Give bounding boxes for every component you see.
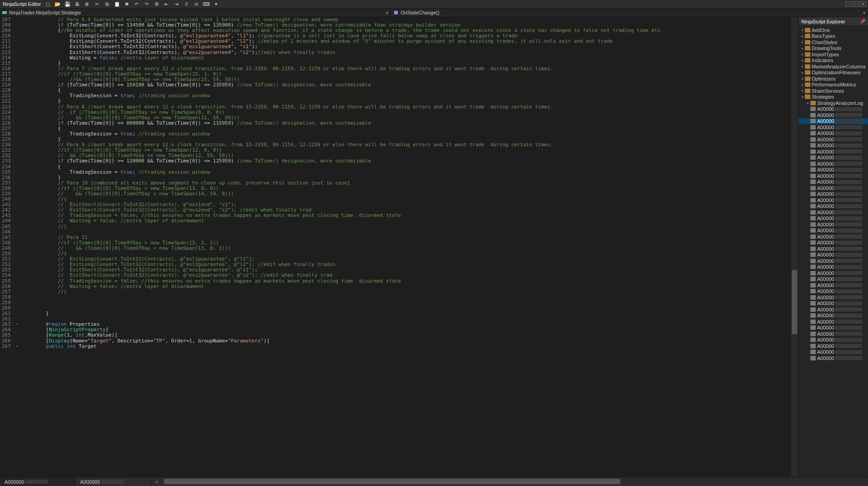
tree-file[interactable]: A00000 [799, 264, 868, 270]
tree-file[interactable]: A00000 [799, 173, 868, 179]
redo-icon[interactable]: ↷ [144, 1, 150, 7]
tree-file[interactable]: A00000 [799, 106, 868, 112]
vertical-scrollbar[interactable] [791, 17, 798, 477]
maximize-button[interactable]: □ [853, 1, 859, 7]
tree-folder-indicators[interactable]: ▸Indicators [799, 58, 868, 64]
tree-file[interactable]: A00000 [799, 216, 868, 222]
tree-folder-drawingtools[interactable]: ▸DrawingTools [799, 45, 868, 52]
horizontal-scrollbar[interactable] [164, 479, 866, 484]
add-tab-button[interactable]: + [151, 477, 162, 486]
fold-gutter[interactable]: ▸ ▸ [14, 17, 20, 477]
tree-file[interactable]: A00000 [799, 185, 868, 191]
tree-folder-marketanalyzercolumns[interactable]: ▸MarketAnalyzerColumns [799, 63, 868, 70]
explorer-tree[interactable]: ▸AddOns▸BarsTypes▸ChartStyles▸DrawingToo… [799, 26, 868, 477]
tree-file[interactable]: A00000 [799, 221, 868, 228]
tree-file[interactable]: A00000 [799, 179, 868, 185]
tree-file[interactable]: A00000 [799, 349, 868, 356]
tree-file[interactable]: A00000 [799, 282, 868, 288]
tree-file[interactable]: A00000 [799, 118, 868, 125]
tree-file[interactable]: A00000 [799, 155, 868, 161]
outdent-icon[interactable]: ⇤ [164, 1, 170, 7]
tree-file[interactable]: A00000 [799, 136, 868, 143]
tree-file[interactable]: A00000 [799, 143, 868, 149]
vertical-scrollbar-thumb[interactable] [792, 270, 797, 334]
editor-pane[interactable]: 207 208 209 210 211 212 213 214 215 216 … [0, 17, 798, 477]
redacted-text [835, 234, 862, 238]
tree-folder-strategies[interactable]: ▾Strategies [799, 94, 868, 100]
editor-tab[interactable]: A000000 [76, 477, 151, 486]
tree-file[interactable]: A00000 [799, 167, 868, 173]
tree-file[interactable]: A00000 [799, 161, 868, 167]
tree-file[interactable]: A00000 [799, 276, 868, 283]
tree-file[interactable]: A00000 [799, 130, 868, 137]
close-button[interactable]: ✕ [860, 1, 866, 7]
delete-icon[interactable]: ✖ [124, 1, 130, 7]
tree-file[interactable]: A00000 [799, 325, 868, 331]
tree-folder-optimizers[interactable]: ▸Optimizers [799, 76, 868, 82]
tree-file[interactable]: A00000 [799, 124, 868, 130]
file-icon [810, 259, 816, 263]
tree-file[interactable]: A00000 [799, 301, 868, 307]
tree-folder-addons[interactable]: ▸AddOns [799, 27, 868, 33]
file-icon [810, 162, 816, 166]
new-icon[interactable]: ▢ [45, 1, 51, 7]
uncomment-icon[interactable]: /x [193, 1, 200, 7]
comment-icon[interactable]: // [183, 1, 190, 7]
tree-file[interactable]: A00000 [799, 252, 868, 258]
tree-file[interactable]: A00000 [799, 313, 868, 319]
tree-file[interactable]: A00000 [799, 294, 868, 301]
save-icon[interactable]: 💾 [64, 1, 71, 7]
tree-file-label: A00000 [817, 143, 834, 148]
tree-folder-shareservices[interactable]: ▸ShareServices [799, 88, 868, 94]
tree-file[interactable]: A00000 [799, 197, 868, 203]
tree-file[interactable]: A00000 [799, 112, 868, 118]
tree-file[interactable]: A00000 [799, 288, 868, 295]
tree-file[interactable]: A00000 [799, 234, 868, 240]
tree-folder-optimizationfitnesses[interactable]: ▸OptimizationFitnesses [799, 70, 868, 76]
breadcrumb-namespace[interactable]: NinjaTrader.NinjaScript.Strategie ▾ [0, 9, 391, 17]
breadcrumb-method[interactable]: OnStateChange() ▾ [391, 9, 868, 17]
tree-file[interactable]: A00000 [799, 331, 868, 337]
tree-folder-strategyanalyzerlog[interactable]: ▸StrategyAnalyzerLog [799, 100, 868, 106]
editor-tab[interactable]: A000000 [0, 477, 76, 486]
tree-file[interactable]: A00000 [799, 203, 868, 210]
tree-file[interactable]: A00000 [799, 191, 868, 198]
horizontal-scrollbar-thumb[interactable] [164, 479, 620, 484]
tree-file[interactable]: A00000 [799, 258, 868, 264]
tree-file[interactable]: A00000 [799, 270, 868, 276]
tree-file[interactable]: A00000 [799, 337, 868, 343]
tree-file[interactable]: A00000 [799, 343, 868, 349]
compile-icon[interactable]: ⚙ [154, 1, 160, 7]
redacted-text [835, 107, 862, 111]
indent-icon[interactable]: ⇥ [173, 1, 180, 7]
tree-file[interactable]: A00000 [799, 319, 868, 325]
wand-icon[interactable]: ✦ [213, 1, 219, 7]
tree-file[interactable]: A00000 [799, 246, 868, 252]
file-icon [810, 325, 816, 330]
tree-file[interactable]: A00000 [799, 148, 868, 155]
intellisense-icon[interactable]: ⌨ [203, 1, 209, 7]
saveall-icon[interactable]: 🗎 [84, 1, 91, 7]
tree-folder-performancemetrics[interactable]: ▸PerformanceMetrics [799, 82, 868, 88]
class-icon [2, 10, 7, 15]
tree-file[interactable]: A00000 [799, 209, 868, 216]
open-icon[interactable]: 📂 [55, 1, 61, 7]
tree-folder-importtypes[interactable]: ▸ImportTypes [799, 51, 868, 58]
file-icon [810, 332, 816, 336]
paste-icon[interactable]: 📋 [114, 1, 120, 7]
cut-icon[interactable]: ✂ [94, 1, 100, 7]
minimize-button[interactable]: ─ [845, 1, 852, 7]
tree-file[interactable]: A00000 [799, 240, 868, 246]
tree-file[interactable]: A00000 [799, 306, 868, 313]
tree-folder-barstypes[interactable]: ▸BarsTypes [799, 33, 868, 40]
copy-icon[interactable]: ⧉ [104, 1, 110, 7]
tree-folder-chartstyles[interactable]: ▸ChartStyles [799, 39, 868, 45]
code-area[interactable]: // Para 6.9 Guaranteed exits just incase… [20, 17, 791, 477]
print-icon[interactable]: 🖶 [74, 1, 81, 7]
pin-icon[interactable]: 📌 [860, 19, 865, 24]
tree-folder-label: OptimizationFitnesses [812, 70, 860, 75]
tree-file[interactable]: A00000 [799, 228, 868, 234]
tree-file[interactable]: A00000 [799, 355, 868, 361]
undo-icon[interactable]: ↶ [134, 1, 140, 7]
redacted-text [835, 210, 862, 214]
